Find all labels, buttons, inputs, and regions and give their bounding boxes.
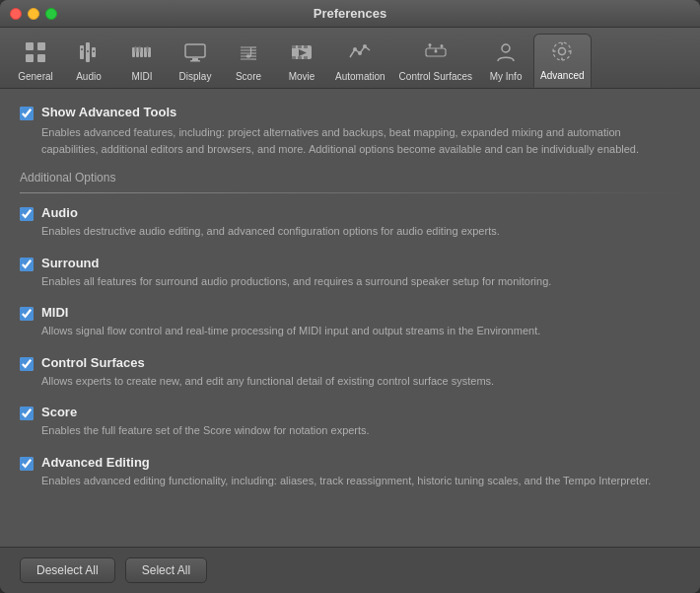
svg-point-45 bbox=[440, 44, 443, 47]
maximize-button[interactable] bbox=[45, 8, 57, 20]
svg-rect-15 bbox=[135, 46, 137, 52]
automation-icon bbox=[347, 39, 373, 69]
option-audio-label[interactable]: Audio bbox=[41, 205, 78, 220]
additional-options-title: Additional Options bbox=[20, 171, 680, 185]
movie-icon bbox=[289, 39, 315, 69]
midi-icon bbox=[129, 39, 155, 69]
option-audio-row: Audio Enables destructive audio editing,… bbox=[20, 205, 680, 240]
svg-rect-2 bbox=[26, 54, 34, 62]
option-advanced-editing-checkbox[interactable] bbox=[20, 457, 34, 471]
option-score-checkbox[interactable] bbox=[20, 407, 34, 420]
tab-general[interactable]: General bbox=[10, 36, 61, 88]
svg-point-44 bbox=[434, 50, 437, 53]
tab-midi[interactable]: MIDI bbox=[116, 36, 168, 88]
content-area: Show Advanced Tools Enables advanced fea… bbox=[0, 89, 700, 547]
svg-rect-32 bbox=[292, 56, 296, 59]
tab-general-label: General bbox=[18, 71, 53, 82]
tab-audio-label: Audio bbox=[76, 71, 102, 82]
tab-control-surfaces[interactable]: Control Surfaces bbox=[393, 36, 478, 88]
svg-rect-0 bbox=[26, 42, 34, 50]
option-control-surfaces-checkbox[interactable] bbox=[20, 357, 34, 371]
svg-rect-34 bbox=[304, 56, 308, 59]
my-info-icon bbox=[493, 39, 519, 69]
deselect-all-button[interactable]: Deselect All bbox=[20, 557, 115, 583]
audio-icon bbox=[76, 39, 102, 69]
additional-options-section: Additional Options bbox=[20, 171, 680, 193]
svg-point-36 bbox=[353, 47, 357, 51]
show-advanced-tools-description: Enables advanced features, including: pr… bbox=[41, 124, 680, 157]
tab-display-label: Display bbox=[179, 71, 212, 82]
svg-rect-17 bbox=[147, 46, 149, 52]
svg-rect-18 bbox=[185, 44, 205, 57]
tab-control-surfaces-label: Control Surfaces bbox=[399, 71, 472, 82]
option-midi-description: Allows signal flow control and real-time… bbox=[41, 323, 540, 339]
close-button[interactable] bbox=[10, 8, 22, 20]
option-audio-description: Enables destructive audio editing, and a… bbox=[41, 223, 500, 240]
footer: Deselect All Select All bbox=[0, 547, 700, 593]
svg-point-47 bbox=[559, 48, 566, 55]
svg-rect-19 bbox=[192, 58, 198, 60]
option-midi-checkbox[interactable] bbox=[20, 307, 34, 321]
svg-rect-16 bbox=[139, 46, 141, 52]
advanced-icon bbox=[549, 38, 575, 68]
svg-rect-7 bbox=[81, 48, 83, 50]
tab-audio[interactable]: Audio bbox=[63, 36, 114, 88]
tab-midi-label: MIDI bbox=[131, 71, 152, 82]
option-control-surfaces-label[interactable]: Control Surfaces bbox=[41, 355, 145, 370]
tab-score[interactable]: Score bbox=[223, 36, 274, 88]
svg-rect-33 bbox=[298, 56, 302, 59]
option-score-description: Enables the full feature set of the Scor… bbox=[41, 422, 370, 439]
option-advanced-editing-description: Enables advanced editing functionality, … bbox=[41, 473, 651, 489]
svg-rect-1 bbox=[37, 42, 45, 50]
option-surround-checkbox[interactable] bbox=[20, 258, 34, 271]
show-advanced-tools-label[interactable]: Show Advanced Tools bbox=[41, 105, 176, 119]
show-advanced-tools-section: Show Advanced Tools Enables advanced fea… bbox=[20, 105, 680, 157]
tab-automation[interactable]: Automation bbox=[329, 36, 391, 88]
option-surround-row: Surround Enables all features for surrou… bbox=[20, 256, 680, 290]
titlebar: Preferences bbox=[0, 0, 700, 28]
show-advanced-tools-checkbox[interactable] bbox=[20, 107, 34, 120]
svg-rect-20 bbox=[190, 60, 200, 62]
additional-options-list: Audio Enables destructive audio editing,… bbox=[20, 205, 680, 492]
select-all-button[interactable]: Select All bbox=[125, 557, 207, 583]
option-midi-row: MIDI Allows signal flow control and real… bbox=[20, 305, 680, 339]
preferences-window: Preferences General bbox=[0, 0, 700, 593]
score-icon bbox=[236, 39, 261, 69]
tab-display[interactable]: Display bbox=[170, 36, 221, 88]
svg-rect-30 bbox=[298, 45, 302, 48]
svg-point-37 bbox=[358, 51, 362, 55]
svg-point-26 bbox=[246, 54, 251, 58]
display-icon bbox=[182, 39, 208, 69]
option-control-surfaces-row: Control Surfaces Allows experts to creat… bbox=[20, 355, 680, 390]
svg-rect-3 bbox=[37, 54, 45, 62]
option-surround-label[interactable]: Surround bbox=[41, 256, 100, 270]
option-advanced-editing-label[interactable]: Advanced Editing bbox=[41, 455, 150, 470]
tab-movie-label: Movie bbox=[289, 71, 315, 82]
window-title: Preferences bbox=[314, 6, 386, 21]
option-surround-description: Enables all features for surround audio … bbox=[41, 273, 551, 290]
option-score-row: Score Enables the full feature set of th… bbox=[20, 405, 680, 439]
tab-movie[interactable]: Movie bbox=[276, 36, 327, 88]
tab-my-info-label: My Info bbox=[490, 71, 523, 82]
svg-point-38 bbox=[363, 44, 367, 48]
svg-rect-9 bbox=[93, 50, 95, 52]
toolbar: General Audio bbox=[0, 28, 700, 89]
traffic-lights bbox=[10, 8, 57, 20]
svg-rect-8 bbox=[87, 50, 89, 52]
tab-my-info[interactable]: My Info bbox=[480, 36, 531, 88]
general-icon bbox=[23, 39, 48, 69]
section-divider bbox=[20, 192, 680, 193]
option-midi-label[interactable]: MIDI bbox=[41, 305, 68, 320]
control-surfaces-icon bbox=[423, 39, 449, 69]
option-control-surfaces-description: Allows experts to create new, and edit a… bbox=[41, 373, 494, 390]
minimize-button[interactable] bbox=[28, 8, 39, 20]
svg-rect-29 bbox=[292, 45, 296, 48]
option-advanced-editing-row: Advanced Editing Enables advanced editin… bbox=[20, 455, 680, 489]
option-audio-checkbox[interactable] bbox=[20, 207, 34, 221]
tab-automation-label: Automation bbox=[335, 71, 385, 82]
tab-advanced[interactable]: Advanced bbox=[533, 34, 591, 88]
option-score-label[interactable]: Score bbox=[41, 405, 77, 419]
svg-point-46 bbox=[502, 44, 510, 52]
svg-point-43 bbox=[428, 43, 431, 46]
svg-rect-31 bbox=[304, 45, 308, 48]
